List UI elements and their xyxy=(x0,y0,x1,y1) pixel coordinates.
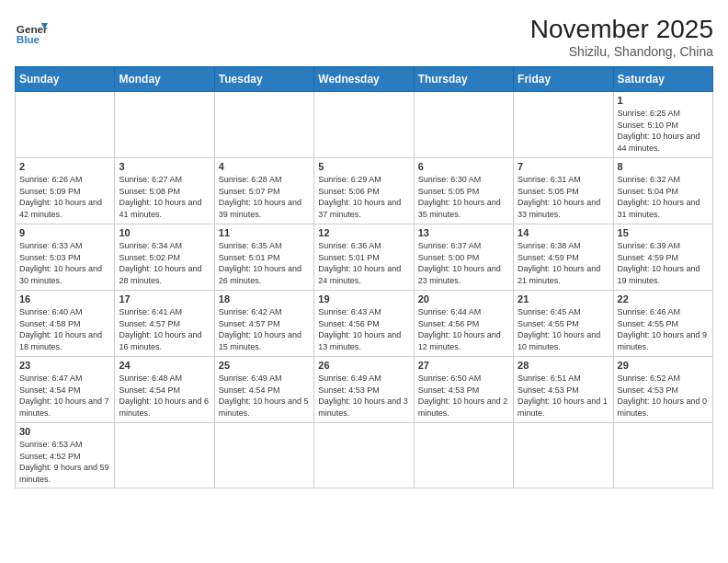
day-number: 26 xyxy=(318,360,409,371)
day-number: 4 xyxy=(219,161,310,172)
day-number: 28 xyxy=(518,360,609,371)
day-number: 18 xyxy=(219,293,310,304)
calendar-cell: 4Sunrise: 6:28 AM Sunset: 5:07 PM Daylig… xyxy=(214,158,313,224)
calendar-cell: 21Sunrise: 6:45 AM Sunset: 4:55 PM Dayli… xyxy=(514,291,613,357)
calendar-cell xyxy=(16,92,115,158)
day-info: Sunrise: 6:32 AM Sunset: 5:04 PM Dayligh… xyxy=(618,174,709,220)
day-info: Sunrise: 6:53 AM Sunset: 4:52 PM Dayligh… xyxy=(19,439,110,485)
calendar-cell: 7Sunrise: 6:31 AM Sunset: 5:05 PM Daylig… xyxy=(514,158,613,224)
calendar-cell: 12Sunrise: 6:36 AM Sunset: 5:01 PM Dayli… xyxy=(314,224,414,291)
weekday-header-monday: Monday xyxy=(115,67,214,92)
calendar-cell xyxy=(115,423,214,488)
calendar-cell xyxy=(514,92,613,158)
weekday-header-tuesday: Tuesday xyxy=(214,67,313,92)
svg-text:Blue: Blue xyxy=(17,33,40,45)
weekday-header-sunday: Sunday xyxy=(16,67,115,92)
day-info: Sunrise: 6:43 AM Sunset: 4:56 PM Dayligh… xyxy=(318,306,409,352)
calendar-cell: 9Sunrise: 6:33 AM Sunset: 5:03 PM Daylig… xyxy=(16,224,115,291)
day-info: Sunrise: 6:31 AM Sunset: 5:05 PM Dayligh… xyxy=(518,174,609,220)
calendar-cell: 30Sunrise: 6:53 AM Sunset: 4:52 PM Dayli… xyxy=(16,423,115,488)
day-number: 23 xyxy=(19,360,110,371)
day-info: Sunrise: 6:38 AM Sunset: 4:59 PM Dayligh… xyxy=(518,240,609,286)
day-info: Sunrise: 6:35 AM Sunset: 5:01 PM Dayligh… xyxy=(219,240,310,286)
calendar-cell: 22Sunrise: 6:46 AM Sunset: 4:55 PM Dayli… xyxy=(613,291,712,357)
calendar-cell: 27Sunrise: 6:50 AM Sunset: 4:53 PM Dayli… xyxy=(414,357,513,423)
calendar-cell: 25Sunrise: 6:49 AM Sunset: 4:54 PM Dayli… xyxy=(214,357,313,423)
calendar-table: SundayMondayTuesdayWednesdayThursdayFrid… xyxy=(15,66,713,488)
day-info: Sunrise: 6:33 AM Sunset: 5:03 PM Dayligh… xyxy=(19,240,110,286)
logo: General Blue xyxy=(15,15,48,48)
day-info: Sunrise: 6:50 AM Sunset: 4:53 PM Dayligh… xyxy=(418,373,509,419)
calendar-cell: 2Sunrise: 6:26 AM Sunset: 5:09 PM Daylig… xyxy=(16,158,115,224)
day-number: 1 xyxy=(618,95,709,106)
day-number: 19 xyxy=(318,293,409,304)
logo-icon: General Blue xyxy=(15,15,48,48)
weekday-header-thursday: Thursday xyxy=(414,67,513,92)
day-info: Sunrise: 6:28 AM Sunset: 5:07 PM Dayligh… xyxy=(219,174,310,220)
day-info: Sunrise: 6:37 AM Sunset: 5:00 PM Dayligh… xyxy=(418,240,509,286)
day-number: 25 xyxy=(219,360,310,371)
weekday-header-saturday: Saturday xyxy=(613,67,712,92)
day-number: 20 xyxy=(418,293,509,304)
day-info: Sunrise: 6:49 AM Sunset: 4:54 PM Dayligh… xyxy=(219,373,310,419)
day-info: Sunrise: 6:41 AM Sunset: 4:57 PM Dayligh… xyxy=(119,306,210,352)
calendar-cell: 8Sunrise: 6:32 AM Sunset: 5:04 PM Daylig… xyxy=(613,158,712,224)
day-info: Sunrise: 6:25 AM Sunset: 5:10 PM Dayligh… xyxy=(618,108,709,154)
calendar-week-row: 30Sunrise: 6:53 AM Sunset: 4:52 PM Dayli… xyxy=(16,423,713,488)
calendar-cell: 29Sunrise: 6:52 AM Sunset: 4:53 PM Dayli… xyxy=(613,357,712,423)
calendar-cell: 20Sunrise: 6:44 AM Sunset: 4:56 PM Dayli… xyxy=(414,291,513,357)
location-subtitle: Shizilu, Shandong, China xyxy=(530,44,713,59)
day-number: 5 xyxy=(318,161,409,172)
weekday-header-row: SundayMondayTuesdayWednesdayThursdayFrid… xyxy=(16,67,713,92)
weekday-header-friday: Friday xyxy=(514,67,613,92)
calendar-cell: 18Sunrise: 6:42 AM Sunset: 4:57 PM Dayli… xyxy=(214,291,313,357)
day-info: Sunrise: 6:45 AM Sunset: 4:55 PM Dayligh… xyxy=(518,306,609,352)
calendar-cell xyxy=(514,423,613,488)
title-block: November 2025 Shizilu, Shandong, China xyxy=(530,15,713,59)
calendar-cell: 15Sunrise: 6:39 AM Sunset: 4:59 PM Dayli… xyxy=(613,224,712,291)
day-number: 21 xyxy=(518,293,609,304)
day-info: Sunrise: 6:46 AM Sunset: 4:55 PM Dayligh… xyxy=(618,306,709,352)
day-number: 16 xyxy=(19,293,110,304)
day-number: 12 xyxy=(318,227,409,238)
calendar-week-row: 16Sunrise: 6:40 AM Sunset: 4:58 PM Dayli… xyxy=(16,291,713,357)
calendar-cell xyxy=(314,92,414,158)
calendar-cell: 16Sunrise: 6:40 AM Sunset: 4:58 PM Dayli… xyxy=(16,291,115,357)
day-info: Sunrise: 6:36 AM Sunset: 5:01 PM Dayligh… xyxy=(318,240,409,286)
day-number: 3 xyxy=(119,161,210,172)
calendar-week-row: 23Sunrise: 6:47 AM Sunset: 4:54 PM Dayli… xyxy=(16,357,713,423)
calendar-week-row: 1Sunrise: 6:25 AM Sunset: 5:10 PM Daylig… xyxy=(16,92,713,158)
calendar-cell: 5Sunrise: 6:29 AM Sunset: 5:06 PM Daylig… xyxy=(314,158,414,224)
day-info: Sunrise: 6:52 AM Sunset: 4:53 PM Dayligh… xyxy=(618,373,709,419)
day-info: Sunrise: 6:40 AM Sunset: 4:58 PM Dayligh… xyxy=(19,306,110,352)
calendar-cell: 28Sunrise: 6:51 AM Sunset: 4:53 PM Dayli… xyxy=(514,357,613,423)
calendar-cell: 11Sunrise: 6:35 AM Sunset: 5:01 PM Dayli… xyxy=(214,224,313,291)
day-number: 30 xyxy=(19,426,110,437)
calendar-cell: 19Sunrise: 6:43 AM Sunset: 4:56 PM Dayli… xyxy=(314,291,414,357)
calendar-cell: 26Sunrise: 6:49 AM Sunset: 4:53 PM Dayli… xyxy=(314,357,414,423)
day-number: 15 xyxy=(618,227,709,238)
day-info: Sunrise: 6:30 AM Sunset: 5:05 PM Dayligh… xyxy=(418,174,509,220)
calendar-cell: 6Sunrise: 6:30 AM Sunset: 5:05 PM Daylig… xyxy=(414,158,513,224)
weekday-header-wednesday: Wednesday xyxy=(314,67,414,92)
day-info: Sunrise: 6:29 AM Sunset: 5:06 PM Dayligh… xyxy=(318,174,409,220)
day-number: 7 xyxy=(518,161,609,172)
day-number: 17 xyxy=(119,293,210,304)
calendar-cell xyxy=(314,423,414,488)
calendar-cell xyxy=(613,423,712,488)
calendar-cell: 17Sunrise: 6:41 AM Sunset: 4:57 PM Dayli… xyxy=(115,291,214,357)
day-info: Sunrise: 6:51 AM Sunset: 4:53 PM Dayligh… xyxy=(518,373,609,419)
day-info: Sunrise: 6:49 AM Sunset: 4:53 PM Dayligh… xyxy=(318,373,409,419)
calendar-cell: 13Sunrise: 6:37 AM Sunset: 5:00 PM Dayli… xyxy=(414,224,513,291)
day-number: 11 xyxy=(219,227,310,238)
day-info: Sunrise: 6:44 AM Sunset: 4:56 PM Dayligh… xyxy=(418,306,509,352)
day-number: 13 xyxy=(418,227,509,238)
day-number: 8 xyxy=(618,161,709,172)
day-info: Sunrise: 6:42 AM Sunset: 4:57 PM Dayligh… xyxy=(219,306,310,352)
calendar-cell xyxy=(414,92,513,158)
day-number: 9 xyxy=(19,227,110,238)
calendar-cell: 23Sunrise: 6:47 AM Sunset: 4:54 PM Dayli… xyxy=(16,357,115,423)
day-info: Sunrise: 6:34 AM Sunset: 5:02 PM Dayligh… xyxy=(119,240,210,286)
day-info: Sunrise: 6:39 AM Sunset: 4:59 PM Dayligh… xyxy=(618,240,709,286)
calendar-cell: 1Sunrise: 6:25 AM Sunset: 5:10 PM Daylig… xyxy=(613,92,712,158)
